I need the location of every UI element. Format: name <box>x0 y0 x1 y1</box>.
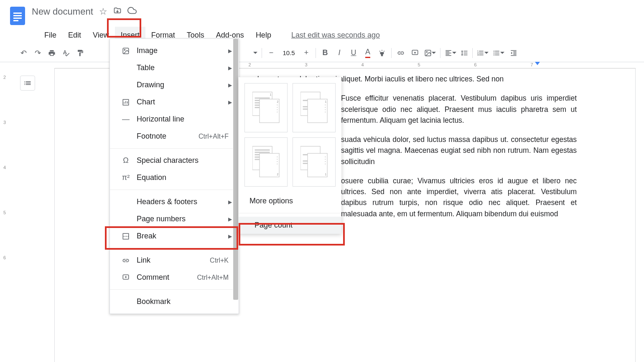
styles-dropdown[interactable] <box>252 46 259 60</box>
svg-rect-15 <box>255 97 270 99</box>
numbered-list-button[interactable] <box>475 46 490 60</box>
last-edit-link[interactable]: Last edit was seconds ago <box>285 27 386 44</box>
svg-rect-20 <box>259 99 279 123</box>
menu-divider <box>110 289 239 290</box>
decrease-indent-button[interactable] <box>507 46 520 60</box>
svg-text:2: 2 <box>277 100 278 103</box>
menu-item-comment[interactable]: Comment Ctrl+Alt+M <box>110 269 239 286</box>
svg-rect-47 <box>277 164 277 165</box>
svg-point-7 <box>426 51 427 52</box>
menu-item-footnote[interactable]: Footnote Ctrl+Alt+F <box>110 128 239 145</box>
comment-icon <box>120 274 132 281</box>
bold-button[interactable]: B <box>318 46 332 60</box>
svg-rect-33 <box>325 107 326 108</box>
svg-text:2: 2 <box>277 173 278 176</box>
redo-button[interactable]: ↷ <box>31 46 44 60</box>
svg-text:1: 1 <box>325 173 326 176</box>
insert-image-button[interactable] <box>423 46 438 60</box>
highlight-button[interactable] <box>375 46 389 60</box>
break-icon <box>120 233 132 240</box>
chart-icon <box>120 99 132 106</box>
chevron-right-icon: ▶ <box>228 82 232 88</box>
menu-divider <box>110 190 239 190</box>
menu-item-image[interactable]: Image ▶ <box>110 42 239 59</box>
menu-item-horizontal-line[interactable]: — Horizontal line <box>110 111 239 128</box>
chevron-right-icon: ▶ <box>228 65 232 71</box>
svg-rect-2 <box>13 15 22 16</box>
menu-edit[interactable]: Edit <box>62 27 87 44</box>
paint-format-button[interactable] <box>74 46 87 60</box>
page-number-top-right-skip-first[interactable]: 1 <box>293 83 336 132</box>
submenu-page-count[interactable]: Page count <box>239 217 341 234</box>
svg-rect-46 <box>277 161 277 162</box>
svg-rect-3 <box>13 18 22 19</box>
menu-item-table[interactable]: Table ▶ <box>110 59 239 76</box>
document-title[interactable]: New document <box>32 6 93 17</box>
equation-icon: π² <box>120 173 132 182</box>
menu-help[interactable]: Help <box>250 27 277 44</box>
header: New document ☆ <box>0 0 644 27</box>
svg-text:1: 1 <box>270 93 271 96</box>
svg-rect-35 <box>325 111 326 112</box>
page-number-bottom-right-skip-first[interactable]: 1 <box>293 137 336 187</box>
menu-item-equation[interactable]: π² Equation <box>110 169 239 186</box>
cloud-saved-icon[interactable] <box>127 6 137 18</box>
font-size-increase[interactable]: + <box>300 46 313 60</box>
menu-item-drawing[interactable]: Drawing ▶ <box>110 76 239 94</box>
menu-item-link[interactable]: Link Ctrl+K <box>110 252 239 269</box>
font-size-input[interactable]: 10.5 <box>279 49 299 56</box>
font-size-decrease[interactable]: − <box>265 46 278 60</box>
underline-button[interactable]: U <box>347 46 360 60</box>
insert-comment-button[interactable] <box>408 46 422 60</box>
chevron-right-icon: ▶ <box>228 99 232 105</box>
menu-scrollbar[interactable] <box>233 39 239 314</box>
spellcheck-button[interactable] <box>59 46 73 60</box>
indent-marker-icon[interactable] <box>535 62 540 65</box>
horizontal-line-icon: — <box>120 115 132 124</box>
bulleted-list-button[interactable] <box>491 46 506 60</box>
svg-point-9 <box>124 49 125 50</box>
undo-button[interactable]: ↶ <box>17 46 30 60</box>
menu-item-special-characters[interactable]: Ω Special characters <box>110 152 239 169</box>
page-number-top-right-all[interactable]: 12 <box>244 83 288 132</box>
svg-rect-34 <box>325 109 326 110</box>
menu-item-bookmark[interactable]: Bookmark <box>110 293 239 310</box>
outline-toggle-button[interactable] <box>20 76 35 91</box>
menu-item-headers-footers[interactable]: Headers & footers ▶ <box>110 193 239 210</box>
menu-file[interactable]: File <box>38 27 62 44</box>
svg-rect-30 <box>307 99 327 123</box>
svg-rect-55 <box>325 159 326 159</box>
toolbar: ↶ ↷ − 10.5 + B I U A <box>0 44 644 62</box>
svg-text:1: 1 <box>325 100 326 103</box>
svg-rect-44 <box>277 157 277 157</box>
menu-item-page-numbers[interactable]: Page numbers ▶ <box>110 210 239 228</box>
align-button[interactable] <box>443 46 458 60</box>
omega-icon: Ω <box>120 156 132 165</box>
svg-rect-45 <box>277 159 277 159</box>
print-button[interactable] <box>45 46 59 60</box>
svg-rect-38 <box>255 152 270 153</box>
insert-link-button[interactable] <box>394 46 407 60</box>
line-spacing-button[interactable] <box>459 46 470 60</box>
text-color-button[interactable]: A <box>361 46 374 60</box>
star-icon[interactable]: ☆ <box>99 6 107 17</box>
svg-rect-57 <box>325 164 326 165</box>
page-number-bottom-right-all[interactable]: 12 <box>244 137 288 187</box>
svg-rect-56 <box>325 161 326 162</box>
link-icon <box>120 257 132 264</box>
menu-item-break[interactable]: Break ▶ <box>110 228 239 245</box>
chevron-right-icon: ▶ <box>228 216 232 222</box>
chevron-right-icon: ▶ <box>228 233 232 239</box>
svg-rect-1 <box>13 13 22 14</box>
menu-divider <box>110 248 239 248</box>
svg-rect-22 <box>277 104 277 105</box>
svg-rect-25 <box>277 111 277 112</box>
vertical-ruler: 2 3 4 5 6 <box>0 62 9 362</box>
move-folder-icon[interactable] <box>113 6 122 17</box>
submenu-more-options[interactable]: More options <box>244 192 336 210</box>
italic-button[interactable]: I <box>333 46 346 60</box>
docs-logo[interactable] <box>10 5 25 25</box>
svg-rect-43 <box>259 153 279 177</box>
menu-item-chart[interactable]: Chart ▶ <box>110 94 239 111</box>
chevron-right-icon: ▶ <box>228 48 232 54</box>
